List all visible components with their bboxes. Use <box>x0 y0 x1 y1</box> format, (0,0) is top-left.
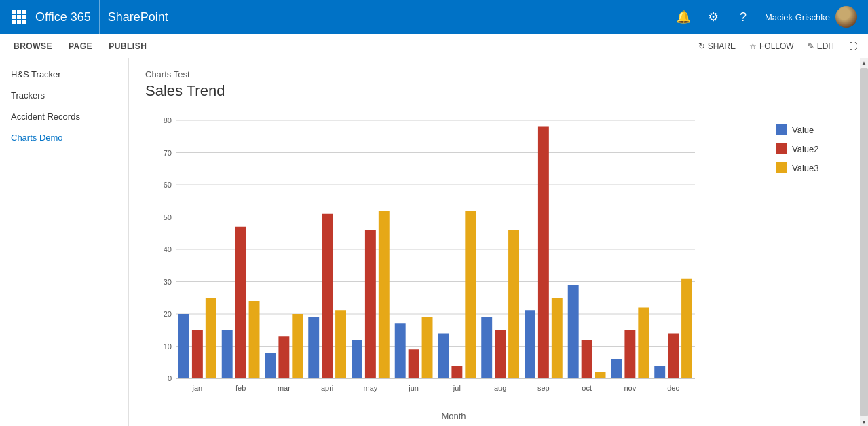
svg-text:70: 70 <box>164 149 172 157</box>
sidebar-item-accident-records[interactable]: Accident Records <box>0 106 128 127</box>
svg-rect-47 <box>422 317 433 378</box>
legend-color-value3 <box>776 162 787 173</box>
svg-rect-25 <box>481 317 492 378</box>
svg-text:50: 50 <box>164 213 172 221</box>
svg-rect-50 <box>552 298 563 378</box>
svg-text:mar: mar <box>278 384 290 392</box>
svg-rect-18 <box>178 314 189 378</box>
svg-rect-45 <box>335 310 346 378</box>
legend-label-value3: Value3 <box>792 163 819 173</box>
svg-rect-29 <box>654 366 665 378</box>
svg-rect-42 <box>206 298 216 378</box>
office365-label: Office 365 <box>33 0 100 34</box>
svg-text:10: 10 <box>164 342 172 351</box>
page-subtitle: Charts Test <box>145 69 844 79</box>
fullscreen-button[interactable]: ⛶ <box>844 34 863 58</box>
svg-rect-52 <box>638 308 649 379</box>
share-icon: ↻ <box>698 41 705 51</box>
legend-label-value: Value <box>792 125 814 135</box>
chart-legend: Value Value2 Value3 <box>776 113 844 173</box>
svg-rect-33 <box>322 214 333 378</box>
legend-color-value2 <box>776 143 787 154</box>
svg-text:oct: oct <box>582 384 592 392</box>
svg-text:0: 0 <box>168 374 172 383</box>
nav-page[interactable]: PAGE <box>60 34 100 58</box>
svg-rect-22 <box>352 340 362 378</box>
svg-text:dec: dec <box>667 384 679 392</box>
legend-item-value3: Value3 <box>776 162 844 173</box>
help-button[interactable]: ? <box>730 0 757 34</box>
svg-rect-36 <box>451 366 462 378</box>
content-area: Charts Test Sales Trend 0102030405060708… <box>129 58 860 426</box>
bar-chart-svg: 01020304050607080janfebmaraprimayjunjula… <box>145 113 702 406</box>
nav-publish[interactable]: PUBLISH <box>100 34 155 58</box>
sidebar-item-trackers[interactable]: Trackers <box>0 85 128 106</box>
chart-container: 01020304050607080janfebmaraprimayjunjula… <box>145 113 844 421</box>
main-layout: H&S Tracker Trackers Accident Records Ch… <box>0 58 868 426</box>
svg-text:80: 80 <box>164 116 172 124</box>
svg-rect-28 <box>611 359 622 379</box>
svg-rect-34 <box>365 230 376 379</box>
svg-text:nov: nov <box>624 384 637 392</box>
svg-text:jan: jan <box>192 384 203 392</box>
svg-text:sep: sep <box>537 384 550 392</box>
svg-rect-39 <box>582 340 592 378</box>
svg-rect-43 <box>249 301 260 378</box>
svg-text:30: 30 <box>164 278 172 286</box>
secondary-nav: BROWSE PAGE PUBLISH ↻ SHARE ☆ FOLLOW ✎ E… <box>0 34 868 58</box>
svg-rect-35 <box>409 349 419 378</box>
svg-rect-20 <box>265 353 276 378</box>
svg-rect-53 <box>681 279 692 378</box>
svg-rect-49 <box>508 230 519 379</box>
svg-text:jul: jul <box>453 384 461 392</box>
x-axis-label: Month <box>145 411 762 421</box>
edit-icon: ✎ <box>808 41 814 51</box>
waffle-menu-button[interactable] <box>5 0 33 34</box>
svg-text:jun: jun <box>408 384 419 392</box>
top-bar: Office 365 SharePoint 🔔 ⚙ ? Maciek Grisc… <box>0 0 868 34</box>
waffle-icon <box>12 10 26 24</box>
sidebar-item-charts-demo[interactable]: Charts Demo <box>0 127 128 148</box>
notifications-button[interactable]: 🔔 <box>670 0 697 34</box>
svg-text:60: 60 <box>164 181 172 189</box>
legend-label-value2: Value2 <box>792 144 819 154</box>
page-title: Sales Trend <box>145 82 844 100</box>
svg-rect-46 <box>379 211 390 378</box>
secondary-nav-actions: ↻ SHARE ☆ FOLLOW ✎ EDIT ⛶ <box>693 34 863 58</box>
svg-rect-30 <box>192 330 203 378</box>
nav-browse[interactable]: BROWSE <box>5 34 60 58</box>
user-menu-button[interactable]: Maciek Grischke <box>759 6 863 28</box>
svg-text:aug: aug <box>494 384 506 392</box>
svg-text:20: 20 <box>164 310 172 318</box>
svg-rect-21 <box>308 317 319 378</box>
sidebar-item-hs-tracker[interactable]: H&S Tracker <box>0 64 128 85</box>
svg-rect-24 <box>438 334 449 379</box>
edit-button[interactable]: ✎ EDIT <box>802 34 841 58</box>
chart-area: 01020304050607080janfebmaraprimayjunjula… <box>145 113 762 421</box>
right-scrollbar[interactable]: ▲ ▼ <box>860 58 868 426</box>
svg-rect-44 <box>292 314 303 378</box>
share-button[interactable]: ↻ SHARE <box>693 34 741 58</box>
legend-item-value: Value <box>776 124 844 135</box>
svg-rect-19 <box>222 330 233 378</box>
legend-item-value2: Value2 <box>776 143 844 154</box>
user-avatar <box>835 6 857 28</box>
svg-rect-41 <box>668 334 679 379</box>
svg-rect-31 <box>235 227 246 378</box>
svg-text:may: may <box>363 384 377 392</box>
follow-button[interactable]: ☆ FOLLOW <box>744 34 799 58</box>
settings-button[interactable]: ⚙ <box>700 0 727 34</box>
svg-rect-48 <box>465 211 476 378</box>
scroll-down-arrow[interactable]: ▼ <box>860 418 868 426</box>
scroll-up-arrow[interactable]: ▲ <box>860 58 868 67</box>
scroll-thumb[interactable] <box>860 68 868 416</box>
legend-color-value <box>776 124 787 135</box>
svg-rect-23 <box>395 323 406 378</box>
svg-rect-26 <box>525 310 535 378</box>
follow-icon: ☆ <box>749 41 757 51</box>
svg-rect-27 <box>568 285 579 378</box>
user-name: Maciek Grischke <box>765 12 830 22</box>
svg-rect-37 <box>495 330 506 378</box>
svg-text:feb: feb <box>235 384 246 392</box>
svg-rect-38 <box>538 127 549 379</box>
